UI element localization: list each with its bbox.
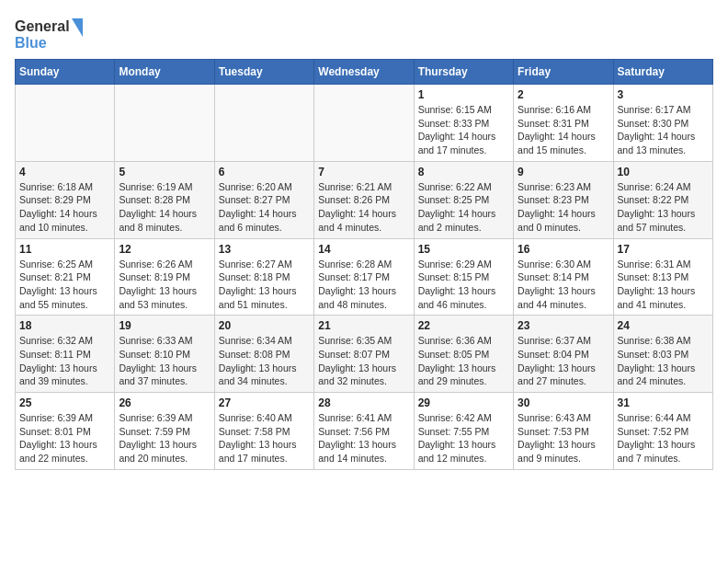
calendar-cell: 24Sunrise: 6:38 AM Sunset: 8:03 PM Dayli… — [613, 316, 712, 393]
day-number: 1 — [418, 88, 509, 101]
day-number: 22 — [418, 319, 509, 332]
page-header: GeneralBlue — [15, 15, 713, 52]
calendar-cell: 14Sunrise: 6:28 AM Sunset: 8:17 PM Dayli… — [314, 238, 414, 316]
day-info: Sunrise: 6:19 AM Sunset: 8:28 PM Dayligh… — [119, 180, 210, 235]
day-number: 19 — [119, 319, 210, 332]
day-info: Sunrise: 6:34 AM Sunset: 8:08 PM Dayligh… — [219, 334, 310, 388]
day-number: 4 — [19, 166, 110, 178]
day-number: 6 — [219, 166, 310, 178]
calendar-cell: 31Sunrise: 6:44 AM Sunset: 7:52 PM Dayli… — [613, 393, 712, 470]
calendar-cell — [314, 85, 414, 162]
calendar-cell: 7Sunrise: 6:21 AM Sunset: 8:26 PM Daylig… — [314, 161, 414, 238]
day-info: Sunrise: 6:15 AM Sunset: 8:33 PM Dayligh… — [418, 103, 509, 157]
calendar-cell: 18Sunrise: 6:32 AM Sunset: 8:11 PM Dayli… — [16, 316, 115, 393]
day-number: 28 — [318, 396, 409, 409]
day-info: Sunrise: 6:29 AM Sunset: 8:15 PM Dayligh… — [418, 258, 509, 312]
day-number: 25 — [19, 396, 110, 409]
calendar-week-row: 25Sunrise: 6:39 AM Sunset: 8:01 PM Dayli… — [16, 393, 713, 470]
calendar-cell: 12Sunrise: 6:26 AM Sunset: 8:19 PM Dayli… — [115, 238, 214, 316]
calendar-cell: 17Sunrise: 6:31 AM Sunset: 8:13 PM Dayli… — [613, 238, 712, 316]
day-number: 24 — [618, 319, 709, 332]
calendar-cell: 13Sunrise: 6:27 AM Sunset: 8:18 PM Dayli… — [214, 238, 313, 316]
calendar-cell: 22Sunrise: 6:36 AM Sunset: 8:05 PM Dayli… — [414, 316, 513, 393]
calendar-cell: 29Sunrise: 6:42 AM Sunset: 7:55 PM Dayli… — [414, 393, 513, 470]
calendar-header-friday: Friday — [514, 60, 613, 85]
svg-text:Blue: Blue — [15, 35, 47, 51]
day-number: 5 — [119, 166, 210, 178]
day-info: Sunrise: 6:17 AM Sunset: 8:30 PM Dayligh… — [618, 103, 709, 157]
day-info: Sunrise: 6:20 AM Sunset: 8:27 PM Dayligh… — [219, 180, 310, 235]
day-info: Sunrise: 6:31 AM Sunset: 8:13 PM Dayligh… — [618, 258, 709, 312]
svg-text:General: General — [15, 18, 70, 34]
day-number: 29 — [418, 396, 509, 409]
calendar-cell — [115, 85, 214, 162]
day-info: Sunrise: 6:24 AM Sunset: 8:22 PM Dayligh… — [618, 180, 709, 235]
calendar-cell — [214, 85, 313, 162]
svg-marker-2 — [72, 18, 83, 37]
calendar-header-monday: Monday — [115, 60, 214, 85]
calendar-cell: 23Sunrise: 6:37 AM Sunset: 8:04 PM Dayli… — [514, 316, 613, 393]
day-number: 21 — [318, 319, 409, 332]
calendar-week-row: 4Sunrise: 6:18 AM Sunset: 8:29 PM Daylig… — [16, 161, 713, 238]
calendar-header-tuesday: Tuesday — [214, 60, 313, 85]
calendar-cell: 1Sunrise: 6:15 AM Sunset: 8:33 PM Daylig… — [414, 85, 513, 162]
calendar-cell: 16Sunrise: 6:30 AM Sunset: 8:14 PM Dayli… — [514, 238, 613, 316]
calendar-cell: 28Sunrise: 6:41 AM Sunset: 7:56 PM Dayli… — [314, 393, 414, 470]
day-info: Sunrise: 6:44 AM Sunset: 7:52 PM Dayligh… — [618, 411, 709, 465]
day-info: Sunrise: 6:28 AM Sunset: 8:17 PM Dayligh… — [318, 258, 409, 312]
day-number: 20 — [219, 319, 310, 332]
calendar-cell: 27Sunrise: 6:40 AM Sunset: 7:58 PM Dayli… — [214, 393, 313, 470]
logo: GeneralBlue — [15, 15, 88, 52]
day-info: Sunrise: 6:18 AM Sunset: 8:29 PM Dayligh… — [19, 180, 110, 235]
day-number: 27 — [219, 396, 310, 409]
calendar-table: SundayMondayTuesdayWednesdayThursdayFrid… — [15, 59, 713, 470]
day-number: 26 — [119, 396, 210, 409]
day-info: Sunrise: 6:39 AM Sunset: 8:01 PM Dayligh… — [19, 411, 110, 465]
day-info: Sunrise: 6:40 AM Sunset: 7:58 PM Dayligh… — [219, 411, 310, 465]
calendar-week-row: 18Sunrise: 6:32 AM Sunset: 8:11 PM Dayli… — [16, 316, 713, 393]
day-number: 10 — [618, 166, 709, 178]
day-info: Sunrise: 6:25 AM Sunset: 8:21 PM Dayligh… — [19, 258, 110, 312]
day-number: 18 — [19, 319, 110, 332]
day-number: 15 — [418, 243, 509, 256]
day-info: Sunrise: 6:33 AM Sunset: 8:10 PM Dayligh… — [119, 334, 210, 388]
calendar-week-row: 11Sunrise: 6:25 AM Sunset: 8:21 PM Dayli… — [16, 238, 713, 316]
day-info: Sunrise: 6:23 AM Sunset: 8:23 PM Dayligh… — [518, 180, 609, 235]
day-number: 12 — [119, 243, 210, 256]
day-info: Sunrise: 6:39 AM Sunset: 7:59 PM Dayligh… — [119, 411, 210, 465]
day-info: Sunrise: 6:30 AM Sunset: 8:14 PM Dayligh… — [518, 258, 609, 312]
calendar-header-saturday: Saturday — [613, 60, 712, 85]
day-number: 30 — [518, 396, 609, 409]
calendar-cell: 11Sunrise: 6:25 AM Sunset: 8:21 PM Dayli… — [16, 238, 115, 316]
day-number: 17 — [618, 243, 709, 256]
day-number: 7 — [318, 166, 409, 178]
day-info: Sunrise: 6:36 AM Sunset: 8:05 PM Dayligh… — [418, 334, 509, 388]
calendar-cell: 3Sunrise: 6:17 AM Sunset: 8:30 PM Daylig… — [613, 85, 712, 162]
day-info: Sunrise: 6:27 AM Sunset: 8:18 PM Dayligh… — [219, 258, 310, 312]
calendar-cell: 15Sunrise: 6:29 AM Sunset: 8:15 PM Dayli… — [414, 238, 513, 316]
day-number: 31 — [618, 396, 709, 409]
calendar-cell: 25Sunrise: 6:39 AM Sunset: 8:01 PM Dayli… — [16, 393, 115, 470]
day-info: Sunrise: 6:43 AM Sunset: 7:53 PM Dayligh… — [518, 411, 609, 465]
calendar-cell: 5Sunrise: 6:19 AM Sunset: 8:28 PM Daylig… — [115, 161, 214, 238]
day-info: Sunrise: 6:42 AM Sunset: 7:55 PM Dayligh… — [418, 411, 509, 465]
day-info: Sunrise: 6:35 AM Sunset: 8:07 PM Dayligh… — [318, 334, 409, 388]
day-info: Sunrise: 6:16 AM Sunset: 8:31 PM Dayligh… — [518, 103, 609, 157]
day-number: 9 — [518, 166, 609, 178]
calendar-cell: 10Sunrise: 6:24 AM Sunset: 8:22 PM Dayli… — [613, 161, 712, 238]
calendar-cell: 30Sunrise: 6:43 AM Sunset: 7:53 PM Dayli… — [514, 393, 613, 470]
calendar-cell: 8Sunrise: 6:22 AM Sunset: 8:25 PM Daylig… — [414, 161, 513, 238]
day-number: 16 — [518, 243, 609, 256]
calendar-cell: 19Sunrise: 6:33 AM Sunset: 8:10 PM Dayli… — [115, 316, 214, 393]
day-number: 14 — [318, 243, 409, 256]
calendar-cell: 26Sunrise: 6:39 AM Sunset: 7:59 PM Dayli… — [115, 393, 214, 470]
day-info: Sunrise: 6:22 AM Sunset: 8:25 PM Dayligh… — [418, 180, 509, 235]
calendar-week-row: 1Sunrise: 6:15 AM Sunset: 8:33 PM Daylig… — [16, 85, 713, 162]
day-info: Sunrise: 6:26 AM Sunset: 8:19 PM Dayligh… — [119, 258, 210, 312]
day-number: 11 — [19, 243, 110, 256]
day-number: 3 — [618, 88, 709, 101]
day-number: 8 — [418, 166, 509, 178]
day-info: Sunrise: 6:21 AM Sunset: 8:26 PM Dayligh… — [318, 180, 409, 235]
day-info: Sunrise: 6:37 AM Sunset: 8:04 PM Dayligh… — [518, 334, 609, 388]
calendar-cell: 6Sunrise: 6:20 AM Sunset: 8:27 PM Daylig… — [214, 161, 313, 238]
